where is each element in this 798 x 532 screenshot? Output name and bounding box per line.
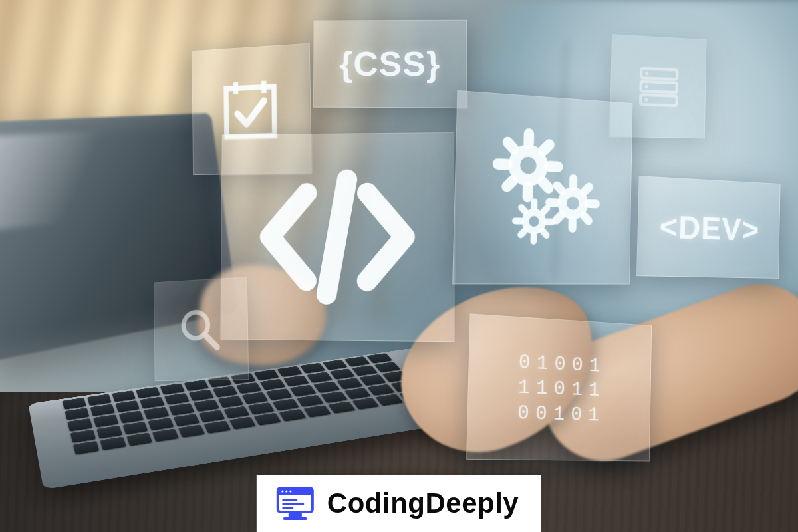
pane-css: {CSS} xyxy=(313,20,467,108)
svg-rect-0 xyxy=(226,86,275,136)
svg-line-17 xyxy=(507,142,513,149)
pane-gears xyxy=(452,90,632,285)
binary-text: 01001 11011 00101 xyxy=(517,350,606,428)
dev-label: <DEV> xyxy=(659,208,759,249)
svg-line-9 xyxy=(327,180,347,295)
hero-image: {CSS} xyxy=(0,0,798,532)
svg-line-35 xyxy=(521,207,525,211)
magnifier-icon xyxy=(172,299,229,360)
svg-point-12 xyxy=(514,150,543,180)
binary-row: 11011 xyxy=(518,375,606,403)
code-brackets-icon xyxy=(241,152,432,322)
svg-line-16 xyxy=(549,166,558,167)
pane-code xyxy=(220,132,454,342)
svg-line-28 xyxy=(556,215,561,220)
brand-badge: CodingDeeply xyxy=(257,475,541,532)
svg-line-18 xyxy=(543,144,549,151)
pane-search xyxy=(154,277,249,381)
pane-binary: 01001 11011 00101 xyxy=(466,313,652,461)
svg-rect-48 xyxy=(283,517,307,520)
svg-point-7 xyxy=(645,84,648,88)
svg-line-37 xyxy=(521,231,525,235)
svg-point-8 xyxy=(644,98,648,102)
brand-logo-icon xyxy=(274,484,317,523)
css-label: {CSS} xyxy=(339,44,440,84)
pane-dev: <DEV> xyxy=(636,176,781,279)
svg-line-27 xyxy=(585,186,589,191)
svg-point-21 xyxy=(562,192,584,215)
svg-line-11 xyxy=(205,334,217,347)
svg-line-29 xyxy=(584,216,589,221)
binary-row: 00101 xyxy=(517,401,606,428)
svg-point-41 xyxy=(281,490,283,492)
svg-line-38 xyxy=(543,231,546,235)
brand-name: CodingDeeply xyxy=(327,487,519,519)
svg-line-26 xyxy=(557,186,561,190)
gears-icon xyxy=(474,113,614,263)
svg-line-19 xyxy=(507,180,513,187)
svg-point-6 xyxy=(645,72,648,76)
svg-point-42 xyxy=(285,490,287,492)
binary-row: 01001 xyxy=(519,350,606,379)
server-icon xyxy=(630,56,687,118)
svg-line-15 xyxy=(498,164,507,164)
svg-rect-47 xyxy=(289,513,302,517)
svg-point-30 xyxy=(525,212,543,231)
svg-line-20 xyxy=(543,182,549,188)
svg-point-43 xyxy=(289,490,291,492)
svg-line-36 xyxy=(543,208,547,212)
